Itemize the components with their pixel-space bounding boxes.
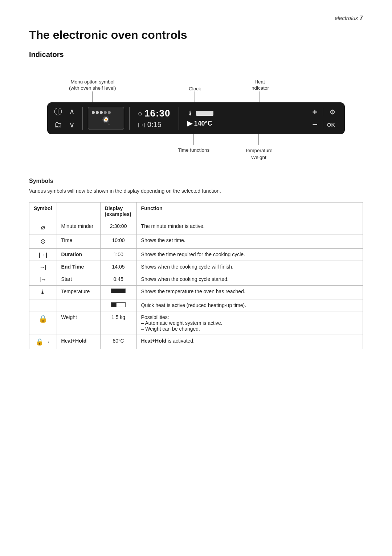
time-row-top: ⊙ 16:30 — [138, 108, 171, 119]
heat-row-bottom: ▶ 140°C — [187, 119, 213, 127]
oven-panel: ⓘ ∧ 🗂 ∨ 🍳 — [47, 102, 345, 134]
label-heat-indicator: Heatindicator — [250, 79, 269, 91]
symbol-cell: ⊙ — [29, 234, 57, 249]
function-cell: Shows the time required for the cooking … — [136, 249, 363, 261]
symbol-cell: |→ — [29, 273, 57, 286]
table-row: |→ Start 0:45 Shows when the cooking cyc… — [29, 273, 363, 286]
minus-button[interactable]: − — [310, 119, 320, 130]
name-cell: Time — [57, 234, 100, 249]
ok-button[interactable]: OK — [326, 122, 336, 128]
dot-5 — [108, 111, 111, 114]
right-divider-top — [323, 108, 323, 116]
temp-bar-partial-dark — [111, 302, 116, 307]
col-header-display: Display(examples) — [100, 203, 136, 220]
function-cell: The minute minder is active. — [136, 220, 363, 234]
table-row: →| End Time 14:05 Shows when the cooking… — [29, 261, 363, 273]
dot-1 — [92, 111, 95, 114]
power-button[interactable]: ⓘ — [53, 107, 63, 117]
col-header-function: Function — [136, 203, 363, 220]
plus-button[interactable]: + — [310, 107, 320, 117]
table-row: ⌀ Minute minder 2:30:00 The minute minde… — [29, 220, 363, 234]
menu-dots — [92, 111, 120, 114]
symbol-cell: →| — [29, 261, 57, 273]
symbol-cell: |→| — [29, 249, 57, 261]
display-cell: 1:00 — [100, 249, 136, 261]
label-menu-option: Menu option symbol (with oven shelf leve… — [69, 79, 116, 91]
label-clock: Clock — [189, 86, 201, 91]
display-cell: 0:45 — [100, 273, 136, 286]
name-cell: Heat+Hold — [57, 335, 100, 349]
indicators-section-title: Indicators — [29, 50, 363, 59]
table-row: ⊙ Time 10:00 Shows the set time. — [29, 234, 363, 249]
symbol-cell: ⌀ — [29, 220, 57, 234]
symbols-table: Symbol Display(examples) Function ⌀ Minu… — [29, 202, 363, 349]
symbol-cell: 🔒→ — [29, 335, 57, 349]
display-cell — [100, 286, 136, 299]
menu-symbol-display: 🍳 — [88, 107, 124, 130]
separator-left — [82, 107, 83, 130]
display-cell — [100, 299, 136, 311]
symbols-section: Symbols Various symbols will now be show… — [29, 178, 363, 349]
heat-bar — [196, 111, 213, 116]
indicator-diagram: Menu option symbol (with oven shelf leve… — [29, 70, 363, 163]
function-cell: Heat+Hold is activated. — [136, 335, 363, 349]
heat-row-top: 🌡 — [187, 110, 213, 117]
symbols-title: Symbols — [29, 178, 363, 184]
symbol-cell: 🔒 — [29, 311, 57, 335]
page-number: 7 — [360, 15, 363, 21]
dot-4 — [104, 111, 107, 114]
down-button[interactable]: ∨ — [67, 120, 77, 130]
label-temperature-weight: TemperatureWeight — [245, 147, 273, 161]
symbol-cell: 🌡 — [29, 286, 57, 299]
separator-time — [179, 107, 179, 130]
label-time-functions: Time functions — [178, 147, 209, 153]
heat-display: 🌡 ▶ 140°C — [184, 107, 216, 130]
table-row: |→| Duration 1:00 Shows the time require… — [29, 249, 363, 261]
function-cell: Quick heat is active (reduced heating-up… — [136, 299, 363, 311]
up-button[interactable]: ∧ — [67, 107, 77, 117]
table-row: Quick heat is active (reduced heating-up… — [29, 299, 363, 311]
clock-icon: ⊙ — [138, 111, 142, 116]
symbol-cell — [29, 299, 57, 311]
menu-button[interactable]: 🗂 — [53, 120, 63, 130]
function-cell: Shows when the cooking cycle will finish… — [136, 261, 363, 273]
display-cell: 2:30:00 — [100, 220, 136, 234]
temp-bar-full — [111, 289, 126, 293]
panel-right-buttons: + ⚙ − OK — [310, 107, 339, 130]
temperature-display: ▶ 140°C — [187, 119, 212, 127]
name-cell: Start — [57, 273, 100, 286]
function-cell: Possibilities: – Automatic weight system… — [136, 311, 363, 335]
oven-shelf-icon: 🍳 — [92, 116, 120, 126]
col-header-name — [57, 203, 100, 220]
indicators-section: Indicators Menu option symbol (with oven… — [29, 50, 363, 163]
brand-name: electrolux — [335, 15, 358, 21]
clock-display: 16:30 — [144, 108, 171, 119]
function-cell: Shows when the cooking cycle started. — [136, 273, 363, 286]
heat-symbol: 🌡 — [187, 110, 194, 117]
panel-left-buttons: ⓘ ∧ 🗂 ∨ — [53, 107, 77, 130]
table-row: 🔒→ Heat+Hold 80°C Heat+Hold is activated… — [29, 335, 363, 349]
function-cell: Shows the set time. — [136, 234, 363, 249]
col-header-symbol: Symbol — [29, 203, 57, 220]
function-icon-top: ⚙ — [326, 108, 339, 116]
dot-3 — [100, 111, 103, 114]
brand-line: electrolux 7 — [29, 15, 363, 22]
time-display: ⊙ 16:30 |→| 0:15 — [135, 107, 173, 130]
name-cell: End Time — [57, 261, 100, 273]
symbols-description: Various symbols will now be shown in the… — [29, 187, 363, 195]
name-cell: Duration — [57, 249, 100, 261]
display-cell: 10:00 — [100, 234, 136, 249]
name-cell: Temperature — [57, 286, 100, 299]
display-cell: 14:05 — [100, 261, 136, 273]
display-cell: 1.5 kg — [100, 311, 136, 335]
name-cell: Minute minder — [57, 220, 100, 234]
right-row-top: + ⚙ — [310, 107, 339, 117]
temp-bar-partial-light — [116, 302, 126, 307]
table-row: 🔒 Weight 1.5 kg Possibilities: – Automat… — [29, 311, 363, 335]
page-title: The electronic oven controls — [29, 28, 363, 42]
right-divider-bottom — [323, 120, 323, 128]
dot-2 — [96, 111, 99, 114]
name-cell — [57, 299, 100, 311]
time-row-bottom: |→| 0:15 — [138, 120, 171, 129]
separator-menu — [129, 107, 130, 130]
